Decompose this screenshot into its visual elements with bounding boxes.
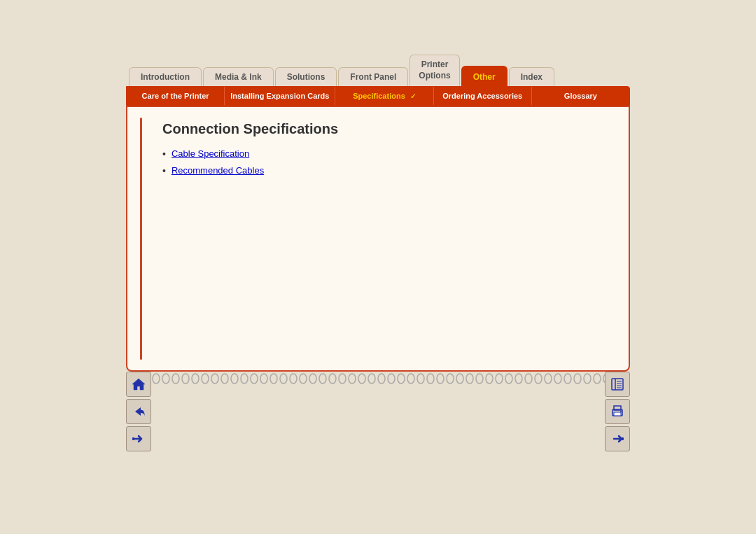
main-container: Introduction Media & Ink Solutions Front… [126,55,630,451]
spiral-svg [151,372,605,386]
active-checkmark: ✓ [410,92,416,100]
content-area: Connection Specifications Cable Specific… [148,121,608,176]
back-icon [131,405,146,419]
sub-tab-row: Care of the Printer Installing Expansion… [126,86,630,106]
tab-index[interactable]: Index [509,67,554,86]
tab-row-1: Introduction Media & Ink Solutions Front… [126,55,630,85]
spiral-binding [151,372,605,386]
svg-point-13 [620,411,622,412]
main-content-area: Connection Specifications Cable Specific… [126,106,630,372]
sub-tab-specifications[interactable]: Specifications ✓ [335,87,433,105]
forward-right-icon [610,432,625,446]
tab-media-ink[interactable]: Media & Ink [203,67,274,86]
forward-right-button[interactable] [605,426,630,451]
home-button[interactable] [126,372,151,397]
tab-introduction[interactable]: Introduction [129,67,202,86]
svg-marker-0 [132,379,145,390]
back-button[interactable] [126,399,151,424]
page-title: Connection Specifications [162,121,608,137]
cable-specification-link[interactable]: Cable Specification [172,148,249,159]
svg-rect-3 [151,372,605,386]
link-list: Cable Specification Recommended Cables [162,148,608,176]
print-button[interactable] [605,399,630,424]
list-item-recommended: Recommended Cables [162,165,608,176]
sub-tab-care-printer[interactable]: Care of the Printer [127,87,225,105]
tab-other[interactable]: Other [461,66,507,86]
left-accent-bar [140,118,142,360]
bottom-row [126,372,630,451]
print-icon [610,405,625,419]
right-nav-buttons [605,372,630,451]
book-button[interactable] [605,372,630,397]
list-item-cable: Cable Specification [162,148,608,160]
forward-left-button[interactable] [126,426,151,451]
sub-tab-glossary[interactable]: Glossary [532,87,629,105]
svg-rect-12 [614,412,621,416]
sub-tab-ordering-accessories[interactable]: Ordering Accessories [434,87,532,105]
book-icon [610,377,625,391]
svg-rect-14 [622,437,624,440]
tab-solutions[interactable]: Solutions [275,67,337,86]
tab-front-panel[interactable]: Front Panel [338,67,408,86]
recommended-cables-link[interactable]: Recommended Cables [172,165,264,176]
forward-left-icon [131,432,146,446]
svg-rect-1 [132,437,134,440]
home-icon [131,377,146,391]
svg-rect-4 [612,379,623,390]
left-nav-buttons [126,372,151,451]
tab-printer-options[interactable]: PrinterOptions [410,55,459,85]
sub-tab-installing-expansion[interactable]: Installing Expansion Cards [225,87,335,105]
